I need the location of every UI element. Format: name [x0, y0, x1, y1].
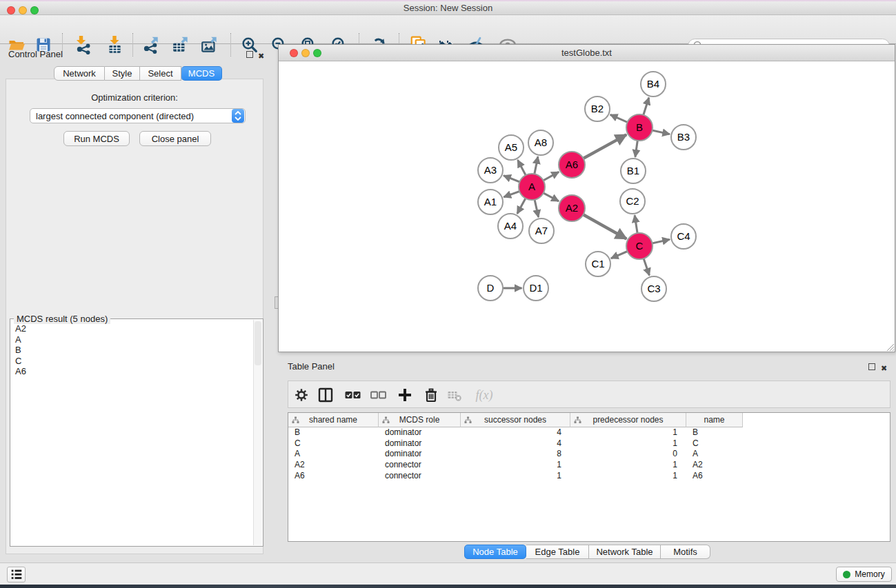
column-header-predecessor-nodes[interactable]: predecessor nodes — [570, 413, 686, 427]
column-header-shared-name[interactable]: shared name — [288, 413, 379, 427]
table-row[interactable]: A6connector11A6 — [288, 471, 890, 482]
tab-network[interactable]: Network — [54, 66, 105, 81]
column-header-successor-nodes[interactable]: successor nodes — [461, 413, 570, 427]
network-minimize-button[interactable] — [301, 49, 310, 57]
memory-button[interactable]: Memory — [836, 567, 892, 582]
column-settings-gear-icon[interactable] — [292, 386, 310, 404]
select-all-checkboxes-icon[interactable] — [344, 386, 361, 404]
graph-node-B4[interactable]: B4 — [641, 72, 666, 97]
node-table[interactable]: shared nameMCDS rolesuccessor nodesprede… — [288, 412, 890, 542]
result-scrollbar[interactable] — [253, 320, 262, 545]
control-panel-tabs: NetworkStyleSelectMCDS — [54, 66, 222, 81]
criterion-dropdown[interactable]: largest connected component (directed) — [30, 108, 246, 123]
graph-node-C1[interactable]: C1 — [586, 252, 610, 276]
network-window-titlebar[interactable]: testGlobe.txt — [279, 45, 895, 61]
table-row[interactable]: A2connector11A2 — [288, 460, 890, 471]
svg-text:C3: C3 — [647, 283, 660, 294]
split-table-columns-icon[interactable] — [317, 386, 335, 404]
graph-node-B[interactable]: B — [626, 114, 653, 141]
network-zoom-button[interactable] — [313, 49, 321, 57]
table-cell: A2 — [686, 460, 743, 471]
svg-text:B2: B2 — [591, 103, 604, 114]
add-row-plus-icon[interactable] — [396, 386, 414, 404]
run-mcds-button[interactable]: Run MCDS — [63, 131, 130, 146]
close-table-panel-icon[interactable] — [881, 361, 887, 374]
table-row[interactable]: Cdominator41C — [288, 438, 890, 449]
mcds-result-item[interactable]: A2 — [10, 323, 252, 334]
network-graph-canvas[interactable]: B4B2BB3A8A5A6A3B1AC2A1A2A4A7C4CC1C3DD1 — [279, 61, 895, 352]
mcds-result-title: MCDS result (5 nodes) — [14, 314, 110, 324]
graph-node-A1[interactable]: A1 — [478, 190, 503, 214]
svg-text:C: C — [636, 240, 644, 252]
graph-node-A[interactable]: A — [519, 174, 545, 200]
table-cell: 1 — [461, 460, 570, 471]
deselect-all-checkboxes-icon[interactable] — [369, 386, 387, 404]
network-view-window[interactable]: testGlobe.txt B4B2BB3A8A5A6A3B1AC2A1A2A4… — [278, 44, 895, 352]
tab-select[interactable]: Select — [140, 66, 181, 81]
graph-node-C2[interactable]: C2 — [620, 189, 645, 214]
close-panel-button[interactable]: Close panel — [139, 131, 211, 146]
task-history-button[interactable] — [7, 567, 26, 582]
mcds-result-item[interactable]: B — [10, 345, 252, 356]
graph-node-A8[interactable]: A8 — [528, 130, 553, 155]
export-table-icon[interactable] — [171, 35, 190, 54]
close-panel-icon[interactable] — [258, 49, 264, 61]
import-table-icon[interactable] — [105, 35, 124, 54]
float-panel-icon[interactable] — [246, 51, 253, 58]
table-cell: connector — [379, 471, 461, 482]
export-network-icon[interactable] — [141, 35, 161, 54]
function-builder-fx-icon[interactable]: f(x) — [470, 386, 498, 404]
graph-node-A4[interactable]: A4 — [498, 214, 523, 239]
table-cell: B — [686, 427, 743, 438]
svg-text:D1: D1 — [529, 282, 542, 294]
svg-text:A2: A2 — [566, 202, 578, 214]
mcds-result-item[interactable]: C — [10, 356, 252, 367]
graph-node-A7[interactable]: A7 — [529, 219, 554, 243]
tab-style[interactable]: Style — [105, 66, 140, 81]
minimize-window-button[interactable] — [19, 6, 27, 14]
graph-node-C3[interactable]: C3 — [641, 276, 666, 301]
graph-node-D[interactable]: D — [478, 276, 503, 301]
mcds-result-item[interactable]: A — [10, 334, 252, 345]
tab-network-table[interactable]: Network Table — [589, 545, 661, 559]
criterion-dropdown-value: largest connected component (directed) — [30, 111, 232, 121]
network-close-button[interactable] — [290, 49, 298, 57]
tab-node-table[interactable]: Node Table — [464, 545, 526, 559]
svg-text:A7: A7 — [535, 225, 548, 236]
import-network-icon[interactable] — [73, 35, 92, 54]
graph-node-A3[interactable]: A3 — [478, 158, 503, 183]
table-row[interactable]: Bdominator41B — [288, 427, 890, 438]
mcds-result-item[interactable]: A6 — [10, 366, 252, 377]
zoom-window-button[interactable] — [30, 6, 39, 14]
memory-label: Memory — [855, 569, 884, 579]
graph-node-C4[interactable]: C4 — [671, 224, 696, 249]
tab-motifs[interactable]: Motifs — [661, 545, 710, 559]
column-header-mcds-role[interactable]: MCDS role — [379, 413, 461, 427]
graph-node-A5[interactable]: A5 — [499, 135, 524, 160]
float-table-panel-icon[interactable] — [868, 363, 875, 370]
graph-node-D1[interactable]: D1 — [524, 276, 548, 301]
status-bar — [0, 562, 896, 585]
table-cell: dominator — [379, 427, 461, 438]
column-header-name[interactable]: name — [686, 413, 743, 427]
table-row[interactable]: Adominator80A — [288, 449, 890, 460]
table-cell: A2 — [288, 460, 379, 471]
table-cell: 1 — [570, 471, 686, 482]
graph-node-B3[interactable]: B3 — [671, 125, 696, 150]
tab-edge-table[interactable]: Edge Table — [526, 545, 589, 559]
tab-mcds[interactable]: MCDS — [181, 66, 222, 81]
graph-node-B1[interactable]: B1 — [621, 159, 646, 183]
graph-node-A6[interactable]: A6 — [559, 152, 585, 178]
delete-rows-trash-icon[interactable] — [422, 386, 440, 404]
graph-node-B2[interactable]: B2 — [585, 97, 610, 121]
graph-node-C[interactable]: C — [626, 233, 653, 259]
svg-text:B4: B4 — [647, 78, 659, 90]
app-titlebar[interactable]: Session: New Session — [0, 1, 896, 15]
window-resize-grip[interactable] — [885, 342, 894, 351]
table-cell: connector — [379, 460, 461, 471]
delete-table-icon[interactable] — [446, 386, 464, 404]
svg-text:A1: A1 — [484, 196, 497, 207]
graph-node-A2[interactable]: A2 — [559, 195, 585, 221]
export-image-icon[interactable] — [200, 35, 219, 54]
close-window-button[interactable] — [7, 6, 15, 14]
